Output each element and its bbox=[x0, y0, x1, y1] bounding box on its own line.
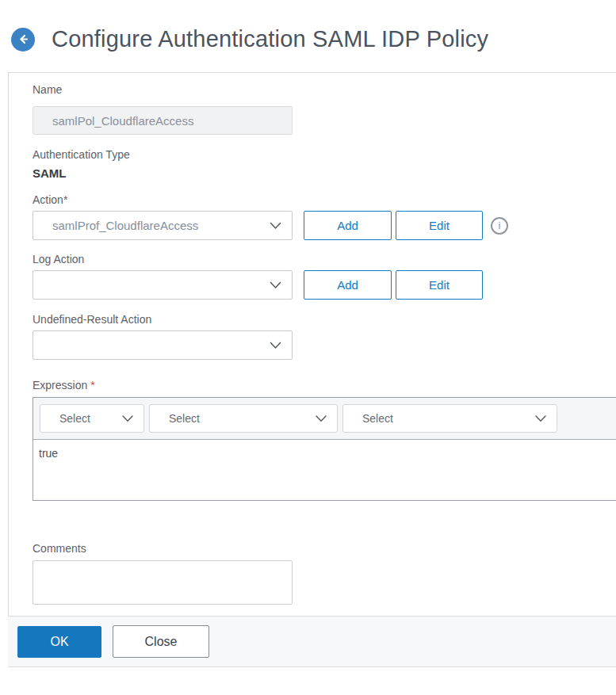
chevron-down-icon bbox=[535, 415, 546, 422]
chevron-down-icon bbox=[270, 222, 281, 230]
undefined-result-action-label: Undefined-Result Action bbox=[33, 313, 616, 326]
form-panel: Name Authentication Type SAML Action* sa… bbox=[8, 72, 616, 616]
chevron-down-icon bbox=[122, 415, 133, 422]
log-action-label: Log Action bbox=[33, 253, 616, 265]
chevron-down-icon bbox=[270, 281, 281, 289]
authentication-type-label: Authentication Type bbox=[33, 148, 616, 161]
log-action-add-button[interactable]: Add bbox=[304, 270, 392, 300]
log-action-edit-button[interactable]: Edit bbox=[396, 270, 483, 300]
expression-toolbar: Select Select Select bbox=[33, 398, 616, 440]
chevron-down-icon bbox=[270, 342, 281, 349]
comments-input[interactable] bbox=[33, 560, 293, 605]
ok-button[interactable]: OK bbox=[17, 626, 101, 658]
action-edit-button[interactable]: Edit bbox=[396, 211, 483, 240]
action-add-button[interactable]: Add bbox=[304, 211, 392, 240]
close-button[interactable]: Close bbox=[113, 625, 209, 658]
comments-label: Comments bbox=[33, 542, 616, 555]
action-label: Action* bbox=[33, 193, 616, 206]
page-header: Configure Authentication SAML IDP Policy bbox=[0, 0, 616, 72]
footer-bar: OK Close bbox=[8, 616, 616, 667]
authentication-type-value: SAML bbox=[33, 166, 616, 180]
name-input bbox=[33, 106, 293, 135]
log-action-dropdown[interactable] bbox=[33, 270, 293, 300]
arrow-left-icon bbox=[17, 32, 30, 46]
chevron-down-icon bbox=[316, 415, 327, 422]
expression-input[interactable]: true bbox=[33, 440, 616, 500]
back-button[interactable] bbox=[11, 28, 35, 52]
name-label: Name bbox=[33, 83, 616, 96]
required-asterisk: * bbox=[90, 379, 94, 391]
undefined-result-action-dropdown[interactable] bbox=[33, 330, 293, 360]
expression-editor: Select Select Select true bbox=[33, 397, 616, 501]
expression-label: Expression * bbox=[33, 379, 616, 391]
expression-select-3[interactable]: Select bbox=[342, 404, 557, 433]
expression-select-1[interactable]: Select bbox=[40, 404, 144, 433]
expression-select-2[interactable]: Select bbox=[149, 404, 338, 433]
page-title: Configure Authentication SAML IDP Policy bbox=[52, 26, 488, 52]
action-dropdown[interactable]: samlProf_CloudflareAccess bbox=[33, 211, 293, 240]
info-icon[interactable]: i bbox=[491, 217, 508, 235]
action-dropdown-value: samlProf_CloudflareAccess bbox=[52, 219, 270, 232]
